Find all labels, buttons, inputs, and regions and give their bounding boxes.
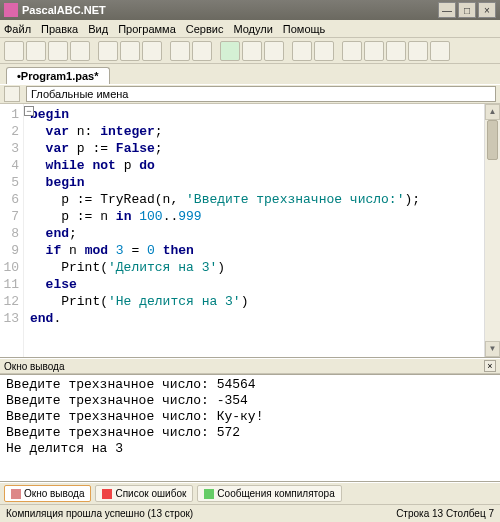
line-gutter: 12345678910111213 bbox=[0, 104, 24, 357]
editor-scrollbar[interactable]: ▲ ▼ bbox=[484, 104, 500, 357]
run-button[interactable] bbox=[220, 41, 240, 61]
menu-edit[interactable]: Правка bbox=[41, 23, 78, 35]
scope-combo[interactable]: Глобальные имена bbox=[26, 86, 496, 102]
save-button[interactable] bbox=[48, 41, 68, 61]
layout-button-4[interactable] bbox=[430, 41, 450, 61]
bottom-tabbar: Окно вывода Список ошибок Сообщения комп… bbox=[0, 482, 500, 504]
menu-file[interactable]: Файл bbox=[4, 23, 31, 35]
toolbar bbox=[0, 38, 500, 64]
scope-combo-label: Глобальные имена bbox=[31, 88, 129, 100]
code-editor[interactable]: 12345678910111213 − begin var n: integer… bbox=[0, 104, 500, 358]
tab-output[interactable]: Окно вывода bbox=[4, 485, 91, 502]
scroll-thumb[interactable] bbox=[487, 120, 498, 160]
layout-button-3[interactable] bbox=[408, 41, 428, 61]
layout-button-2[interactable] bbox=[386, 41, 406, 61]
step-over-button[interactable] bbox=[314, 41, 334, 61]
close-button[interactable]: × bbox=[478, 2, 496, 18]
cut-button[interactable] bbox=[98, 41, 118, 61]
options-button[interactable] bbox=[342, 41, 362, 61]
copy-button[interactable] bbox=[120, 41, 140, 61]
tab-output-label: Окно вывода bbox=[24, 488, 84, 499]
output-panel[interactable]: Введите трехзначное число: 54564Введите … bbox=[0, 374, 500, 482]
editor-tabbar: •Program1.pas* bbox=[0, 64, 500, 84]
stop-button[interactable] bbox=[264, 41, 284, 61]
scope-icon[interactable] bbox=[4, 86, 20, 102]
tab-errors-label: Список ошибок bbox=[115, 488, 186, 499]
redo-button[interactable] bbox=[192, 41, 212, 61]
layout-button-1[interactable] bbox=[364, 41, 384, 61]
open-file-button[interactable] bbox=[26, 41, 46, 61]
menu-service[interactable]: Сервис bbox=[186, 23, 224, 35]
window-titlebar: PascalABC.NET — □ × bbox=[0, 0, 500, 20]
tab-compiler-label: Сообщения компилятора bbox=[217, 488, 334, 499]
new-file-button[interactable] bbox=[4, 41, 24, 61]
undo-button[interactable] bbox=[170, 41, 190, 61]
menu-help[interactable]: Помощь bbox=[283, 23, 326, 35]
window-title: PascalABC.NET bbox=[22, 4, 436, 16]
step-into-button[interactable] bbox=[292, 41, 312, 61]
output-close-button[interactable]: × bbox=[484, 360, 496, 372]
file-tab[interactable]: •Program1.pas* bbox=[6, 67, 110, 84]
compile-button[interactable] bbox=[242, 41, 262, 61]
save-all-button[interactable] bbox=[70, 41, 90, 61]
menubar: Файл Правка Вид Программа Сервис Модули … bbox=[0, 20, 500, 38]
code-area[interactable]: begin var n: integer; var p := False; wh… bbox=[24, 104, 500, 357]
status-cursor: Строка 13 Столбец 7 bbox=[396, 508, 494, 519]
menu-modules[interactable]: Модули bbox=[233, 23, 272, 35]
app-icon bbox=[4, 3, 18, 17]
menu-program[interactable]: Программа bbox=[118, 23, 176, 35]
status-message: Компиляция прошла успешно (13 строк) bbox=[6, 508, 193, 519]
paste-button[interactable] bbox=[142, 41, 162, 61]
maximize-button[interactable]: □ bbox=[458, 2, 476, 18]
tab-errors[interactable]: Список ошибок bbox=[95, 485, 193, 502]
tab-compiler-messages[interactable]: Сообщения компилятора bbox=[197, 485, 341, 502]
output-panel-title: Окно вывода bbox=[4, 361, 64, 372]
statusbar: Компиляция прошла успешно (13 строк) Стр… bbox=[0, 504, 500, 522]
scroll-down-icon[interactable]: ▼ bbox=[485, 341, 500, 357]
menu-view[interactable]: Вид bbox=[88, 23, 108, 35]
minimize-button[interactable]: — bbox=[438, 2, 456, 18]
fold-toggle[interactable]: − bbox=[24, 106, 34, 116]
scope-bar: Глобальные имена bbox=[0, 84, 500, 104]
output-panel-header: Окно вывода × bbox=[0, 358, 500, 374]
scroll-up-icon[interactable]: ▲ bbox=[485, 104, 500, 120]
